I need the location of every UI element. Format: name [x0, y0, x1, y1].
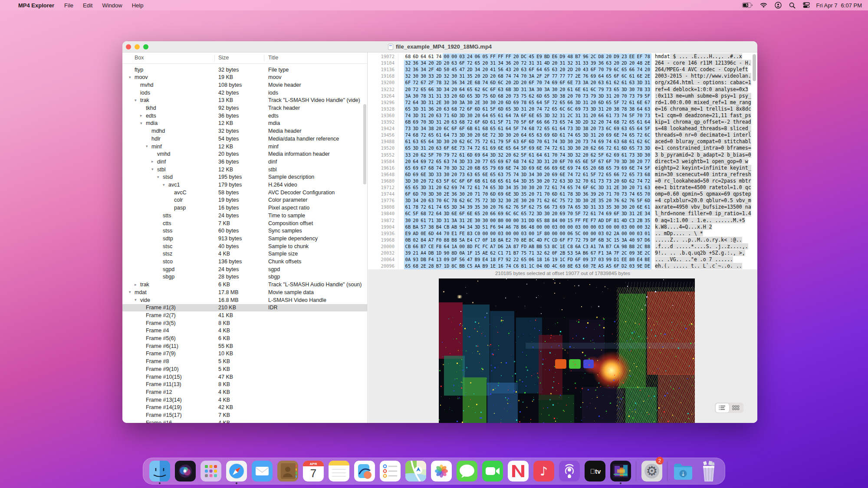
- hex-byte[interactable]: 53: [566, 250, 574, 256]
- hex-byte[interactable]: 69: [420, 158, 427, 165]
- hex-byte[interactable]: CB: [443, 224, 450, 230]
- hex-byte[interactable]: 6C: [443, 125, 450, 132]
- hex-byte[interactable]: 30: [443, 171, 450, 178]
- hex-byte[interactable]: 75: [473, 197, 481, 204]
- hex-byte[interactable]: 30: [536, 86, 543, 93]
- hex-byte[interactable]: 65: [536, 217, 543, 224]
- close-button[interactable]: [126, 44, 131, 49]
- hex-byte[interactable]: 6D: [489, 191, 497, 197]
- hex-byte[interactable]: F6: [489, 224, 497, 230]
- hex-byte[interactable]: 68: [481, 125, 489, 132]
- hex-byte[interactable]: 72: [620, 99, 628, 106]
- tree-row-avcC[interactable]: avcC58 bytesAVC Decoder Configuration: [122, 189, 367, 197]
- ascii-column[interactable]: e=16 chroma_me=1 trellis=1 8x8dc: [655, 106, 751, 112]
- ascii-column[interactable]: 3 b_pyramid=2 b_adapt=2 b_bias=0: [655, 152, 751, 158]
- hex-byte[interactable]: 30: [536, 178, 543, 184]
- hex-byte[interactable]: 30: [520, 184, 528, 191]
- hex-byte[interactable]: 65: [404, 106, 412, 112]
- hex-byte[interactable]: 6D: [458, 93, 466, 99]
- hex-byte[interactable]: 20: [605, 106, 613, 112]
- hex-byte[interactable]: 20: [473, 132, 481, 138]
- hex-byte[interactable]: FC: [543, 237, 551, 243]
- hex-byte[interactable]: 6C: [551, 197, 559, 204]
- hex-byte[interactable]: 20: [427, 112, 435, 119]
- hex-byte[interactable]: 16: [543, 256, 551, 263]
- hex-byte[interactable]: 6C: [613, 66, 621, 73]
- hex-byte[interactable]: 65: [620, 66, 628, 73]
- hex-byte[interactable]: 65: [420, 86, 427, 93]
- hex-byte[interactable]: 6B: [597, 237, 605, 243]
- hex-byte[interactable]: 63: [497, 86, 505, 93]
- hex-byte[interactable]: 68: [427, 165, 435, 171]
- hex-byte[interactable]: F8: [435, 243, 443, 250]
- ascii-column[interactable]: kip=1 chroma_qp_offset=-2 thread: [655, 119, 751, 125]
- hex-byte[interactable]: 69: [497, 165, 505, 171]
- hex-byte[interactable]: 88: [443, 237, 450, 243]
- tree-row-stss[interactable]: stss60 bytesSync samples: [122, 227, 367, 235]
- hex-byte[interactable]: 72: [597, 171, 605, 178]
- hex-byte[interactable]: 72: [481, 197, 489, 204]
- hex-byte[interactable]: 72: [427, 210, 435, 217]
- tree-row-frame[interactable]: Frame #13(14)4 KB: [122, 396, 367, 404]
- hex-byte[interactable]: 74: [450, 158, 458, 165]
- hex-byte[interactable]: C3: [582, 243, 589, 250]
- hex-byte[interactable]: DB: [427, 250, 435, 256]
- hex-byte[interactable]: 22: [512, 256, 520, 263]
- hex-byte[interactable]: 3D: [636, 79, 644, 86]
- hex-byte[interactable]: 20: [536, 184, 543, 191]
- hex-byte[interactable]: 6E: [420, 171, 427, 178]
- hex-byte[interactable]: 78: [450, 197, 458, 204]
- hex-byte[interactable]: 20: [605, 197, 613, 204]
- hex-byte[interactable]: 60: [582, 263, 589, 269]
- hex-byte[interactable]: 30: [536, 171, 543, 178]
- hex-byte[interactable]: 31: [628, 210, 636, 217]
- hex-byte[interactable]: 6F: [528, 119, 536, 125]
- hex-byte[interactable]: 32: [551, 112, 559, 119]
- hex-byte[interactable]: 70: [582, 178, 589, 184]
- hex-byte[interactable]: 73: [582, 138, 589, 145]
- hex-byte[interactable]: 62: [443, 184, 450, 191]
- hex-byte[interactable]: 5F: [520, 204, 528, 210]
- hex-byte[interactable]: 00: [443, 53, 450, 60]
- hex-byte[interactable]: 66: [543, 119, 551, 125]
- hex-byte[interactable]: 74: [574, 165, 582, 171]
- hex-byte[interactable]: 6F: [605, 158, 613, 165]
- hex-byte[interactable]: 78: [620, 106, 628, 112]
- hex-byte[interactable]: 74: [512, 165, 520, 171]
- tree-row-ftyp[interactable]: ftyp32 bytesFile type: [122, 66, 367, 74]
- hex-byte[interactable]: 65: [628, 119, 636, 125]
- hex-byte[interactable]: 3D: [566, 152, 574, 158]
- hex-byte[interactable]: 6D: [412, 191, 420, 197]
- hex-byte[interactable]: 5F: [574, 210, 582, 217]
- hex-byte[interactable]: E4: [481, 256, 489, 263]
- hex-row[interactable]: 19872302061713D313A312E30300080000031DD6…: [368, 217, 757, 224]
- hex-byte[interactable]: 03: [551, 224, 559, 230]
- dock-item-music[interactable]: ♪: [531, 458, 556, 485]
- hex-byte[interactable]: 76: [582, 73, 589, 79]
- hex-byte[interactable]: 65: [473, 171, 481, 178]
- hex-byte[interactable]: 3D: [574, 191, 582, 197]
- hex-byte[interactable]: 69: [605, 132, 613, 138]
- hex-byte[interactable]: 77: [644, 158, 651, 165]
- hex-byte[interactable]: 70: [435, 152, 443, 158]
- hex-byte[interactable]: 64: [504, 125, 512, 132]
- hex-byte[interactable]: 3A: [582, 79, 589, 86]
- hex-byte[interactable]: 20: [613, 178, 621, 184]
- hex-byte[interactable]: 64: [435, 210, 443, 217]
- hex-byte[interactable]: 23: [620, 53, 628, 60]
- hex-byte[interactable]: 6F: [582, 184, 589, 191]
- hex-byte[interactable]: 62: [613, 79, 621, 86]
- hex-byte[interactable]: 3A: [404, 93, 412, 99]
- hex-byte[interactable]: 36: [450, 79, 458, 86]
- hex-byte[interactable]: 65: [466, 86, 473, 93]
- hex-byte[interactable]: 20: [427, 145, 435, 151]
- hex-byte[interactable]: 3D: [636, 152, 644, 158]
- hex-byte[interactable]: 6C: [589, 86, 597, 93]
- hex-byte[interactable]: 72: [520, 60, 528, 66]
- hex-byte[interactable]: 68: [412, 263, 420, 269]
- hex-byte[interactable]: 2E: [473, 99, 481, 106]
- hex-byte[interactable]: 33: [435, 171, 443, 178]
- hex-byte[interactable]: 6D: [620, 145, 628, 151]
- hex-byte[interactable]: A5: [605, 263, 613, 269]
- hex-byte[interactable]: 70: [481, 191, 489, 197]
